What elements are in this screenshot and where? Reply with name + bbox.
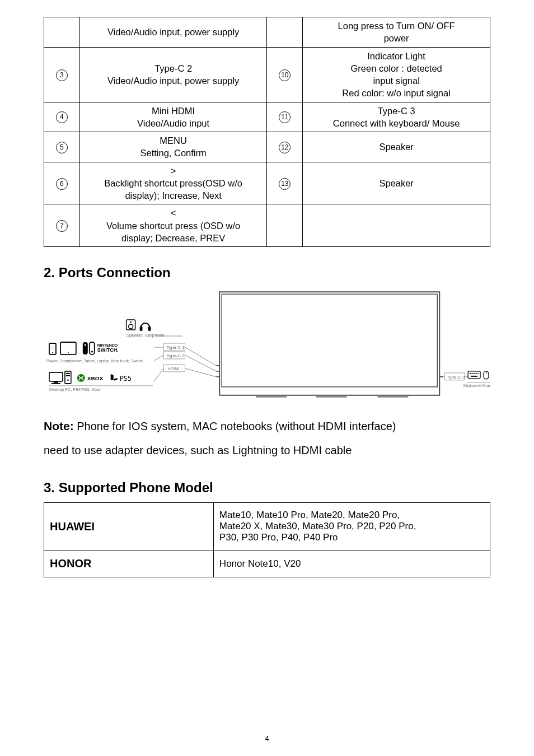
- svg-line-31: [185, 368, 216, 377]
- svg-rect-12: [140, 326, 143, 331]
- svg-point-17: [52, 352, 53, 353]
- spec-cell: 13: [267, 162, 303, 204]
- svg-rect-33: [49, 372, 63, 381]
- spec-cell: <Volume shortcut press (OSD w/odisplay; …: [79, 204, 267, 247]
- svg-rect-3: [316, 396, 347, 398]
- models-cell: Mate10, Mate10 Pro, Mate20, Mate20 Pro,M…: [213, 503, 490, 550]
- spec-cell: 6: [44, 162, 80, 204]
- svg-rect-13: [148, 326, 151, 331]
- svg-line-32: [154, 368, 164, 381]
- mouse-icon: [484, 371, 489, 379]
- monitor-icon: [49, 372, 63, 384]
- spec-table: Video/Audio input, power supplyLong pres…: [44, 17, 490, 247]
- spec-cell: Indicator LightGreen color : detectedinp…: [303, 47, 490, 102]
- svg-rect-4: [378, 396, 409, 398]
- spec-cell: 7: [44, 204, 80, 247]
- ports-diagram: Speaker, Earphone NINTENDO SWITCH. Power…: [44, 287, 490, 406]
- svg-rect-49: [476, 373, 477, 374]
- svg-rect-16: [51, 345, 54, 351]
- note-lead: Note:: [44, 419, 74, 432]
- spec-cell: 5: [44, 132, 80, 162]
- spec-cell: Video/Audio input, power supply: [79, 17, 267, 48]
- spec-cell: [267, 17, 303, 48]
- spec-cell: 4: [44, 102, 80, 132]
- note-body-2: need to use adapter devices, such as Lig…: [44, 444, 352, 456]
- speaker-icon: [127, 320, 135, 330]
- spec-cell: Type-C 3Connect with keyboard/ Mouse: [303, 102, 490, 132]
- typec3-label: Type-C 3: [447, 375, 465, 380]
- section2-heading: 2. Ports Connection: [44, 265, 490, 281]
- svg-rect-38: [66, 375, 70, 376]
- spec-cell: [44, 17, 80, 48]
- tablet-icon: [60, 342, 76, 354]
- switch-icon: [83, 342, 95, 354]
- spec-cell: [303, 204, 490, 247]
- spec-cell: 12: [267, 132, 303, 162]
- svg-point-39: [67, 380, 69, 381]
- svg-rect-2: [256, 396, 287, 398]
- ps5-label: PS5: [120, 375, 132, 382]
- brand-cell: HUAWEI: [44, 503, 214, 550]
- headphones-icon: [140, 323, 151, 331]
- circled-number: 5: [56, 142, 68, 153]
- power-sources-label: Power, Smartphone, Tablet, Laptop, Mac b…: [46, 359, 143, 363]
- switch-brand: NINTENDO: [97, 343, 118, 347]
- keyboard-mouse-label: Keyboard/ Mouse: [463, 384, 490, 388]
- svg-point-19: [68, 352, 69, 353]
- svg-rect-45: [468, 371, 480, 379]
- spec-cell: Speaker: [303, 162, 490, 204]
- spec-cell: >Backlight shortcut press(OSD w/odisplay…: [79, 162, 267, 204]
- svg-rect-21: [90, 342, 95, 354]
- svg-rect-48: [474, 373, 475, 374]
- svg-rect-0: [219, 292, 439, 395]
- keyboard-icon: [468, 371, 480, 379]
- switch-name: SWITCH.: [97, 347, 119, 353]
- circled-number: 11: [279, 111, 291, 123]
- note-body-1: Phone for IOS system, MAC notebooks (wit…: [74, 420, 396, 432]
- svg-rect-46: [470, 373, 471, 374]
- ps-icon: [111, 374, 118, 381]
- svg-rect-51: [471, 376, 477, 377]
- circled-number: 13: [279, 178, 291, 190]
- typec2-label: Type-C 2: [166, 353, 185, 358]
- svg-point-10: [129, 324, 133, 329]
- xbox-icon: [77, 374, 85, 382]
- svg-rect-35: [51, 383, 60, 384]
- circled-number: 10: [279, 69, 291, 81]
- phone-icon: [49, 343, 56, 354]
- spec-cell: 3: [44, 47, 80, 102]
- spec-cell: 10: [267, 47, 303, 102]
- svg-rect-50: [477, 373, 479, 374]
- spec-cell: 11: [267, 102, 303, 132]
- spec-cell: [267, 204, 303, 247]
- xbox-label: XBOX: [87, 375, 104, 381]
- svg-point-22: [85, 344, 86, 346]
- spec-cell: Mini HDMIVideo/Audio input: [79, 102, 267, 132]
- circled-number: 6: [56, 178, 68, 190]
- circled-number: 7: [56, 220, 68, 232]
- speaker-earphone-label: Speaker, Earphone: [127, 333, 165, 338]
- svg-line-28: [154, 355, 164, 361]
- svg-rect-47: [472, 373, 473, 374]
- spec-cell: Long press to Turn ON/ OFFpower: [303, 17, 490, 48]
- svg-rect-37: [66, 373, 70, 374]
- brand-cell: HONOR: [44, 550, 214, 577]
- desktop-tower-icon: [65, 371, 71, 384]
- svg-point-11: [130, 321, 132, 323]
- note-paragraph: Note: Phone for IOS system, MAC notebook…: [44, 414, 490, 462]
- spec-cell: Speaker: [303, 132, 490, 162]
- svg-rect-1: [222, 294, 437, 387]
- typec1-label: Type-C 1: [166, 345, 185, 350]
- svg-rect-20: [83, 342, 88, 354]
- svg-rect-34: [54, 381, 58, 383]
- circled-number: 4: [56, 111, 68, 123]
- circled-number: 3: [56, 69, 68, 81]
- circled-number: 12: [279, 142, 291, 153]
- hdmi-label: HDMI: [168, 366, 179, 371]
- desktop-label: Desktop PC, PS4/PS3, Xbox: [49, 388, 101, 392]
- page-number: 4: [0, 734, 534, 743]
- svg-point-23: [91, 351, 93, 353]
- spec-cell: Type-C 2Video/Audio input, power supply: [79, 47, 267, 102]
- phones-table: HUAWEIMate10, Mate10 Pro, Mate20, Mate20…: [44, 502, 490, 577]
- spec-cell: MENUSetting, Confirm: [79, 132, 267, 162]
